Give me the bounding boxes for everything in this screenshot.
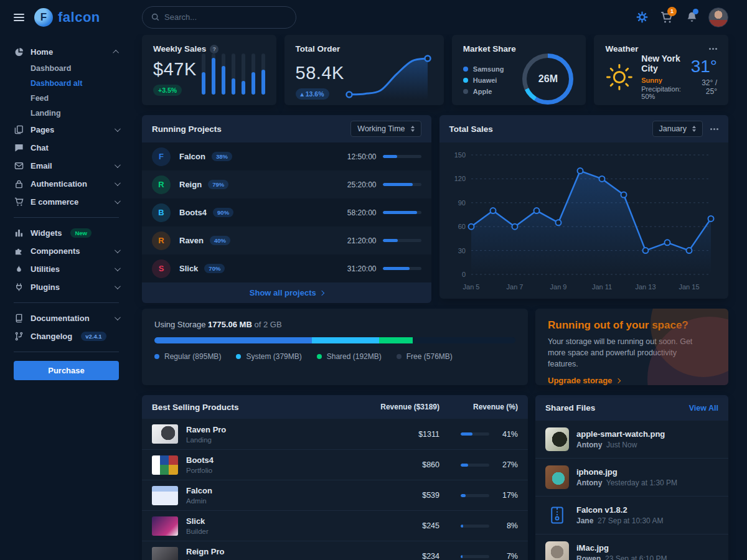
sidebar: HomeDashboardDashboard altFeedLandingPag…	[0, 34, 133, 560]
notifications-bell-icon[interactable]	[684, 9, 700, 26]
user-avatar[interactable]	[708, 7, 728, 27]
ellipsis-menu-icon[interactable]	[710, 128, 712, 130]
sidebar-item-chat[interactable]: Chat	[14, 139, 119, 157]
sidebar-item-home[interactable]: Home	[14, 43, 119, 61]
view-all-link[interactable]: View All	[689, 404, 718, 413]
sidebar-item-e-commerce[interactable]: E commerce	[14, 193, 119, 211]
projects-list: F Falcon 38% 12:50:00 R Reign 79% 25:20:…	[142, 142, 431, 282]
brand-logo[interactable]: F falcon	[34, 8, 100, 27]
total-order-card: Total Order 58.4K ▴ 13.6%	[284, 35, 444, 105]
book-icon	[14, 314, 24, 323]
total-order-sparkline	[344, 54, 433, 100]
storage-segment-shared-192mb-	[379, 337, 413, 343]
project-row-slick[interactable]: S Slick 70% 31:20:00	[142, 254, 431, 282]
upgrade-storage-link[interactable]: Upgrade storage	[548, 376, 620, 385]
file-item-imac-jpg[interactable]: iMac.jpg Rowen 23 Sep at 6:10 PM	[535, 534, 728, 560]
total-order-badge: ▴ 13.6%	[296, 88, 329, 100]
svg-text:120: 120	[454, 175, 466, 182]
revenue-progress-bar	[461, 464, 489, 467]
project-row-boots4[interactable]: B Boots4 90% 58:20:00	[142, 198, 431, 226]
info-icon[interactable]: ?	[210, 45, 218, 54]
sidebar-item-widgets[interactable]: WidgetsNew	[14, 224, 119, 242]
card-title: Shared Files	[545, 403, 595, 413]
purchase-button[interactable]: Purchase	[14, 361, 119, 380]
weekly-sales-bar-chart	[202, 54, 265, 95]
product-row-falcon[interactable]: Falcon Admin $539 17%	[142, 480, 528, 510]
cart-icon	[14, 197, 24, 207]
sidebar-item-dashboard-alt[interactable]: Dashboard alt	[14, 76, 119, 91]
sidebar-item-dashboard[interactable]: Dashboard	[14, 61, 119, 76]
card-title: Total Order	[296, 44, 341, 54]
sidebar-item-email[interactable]: Email	[14, 157, 119, 175]
progress-badge: 38%	[212, 152, 232, 161]
chevron-down-icon	[115, 198, 121, 204]
product-row-reign-pro[interactable]: Reign Pro Agency $234 7%	[142, 541, 528, 560]
hamburger-menu-button[interactable]	[14, 14, 24, 21]
legend-item-huawei: Huawei	[463, 77, 504, 84]
search-box[interactable]	[142, 6, 296, 29]
main-content: Weekly Sales ? $47K +3.5% Total Order 58…	[133, 34, 747, 560]
sidebar-item-feed[interactable]: Feed	[14, 91, 119, 106]
file-item-falcon-v1-8-2[interactable]: Falcon v1.8.2 Jane 27 Sep at 10:30 AM	[535, 496, 728, 534]
project-avatar: F	[152, 147, 171, 166]
running-projects-card: Running Projects Working Time F Falcon 3…	[142, 115, 431, 299]
sidebar-item-changelog[interactable]: Changelogv2.4.1	[14, 327, 119, 345]
cart-count-badge: 1	[667, 7, 677, 16]
svg-text:150: 150	[454, 151, 466, 159]
market-share-legend: SamsungHuaweiApple	[463, 65, 504, 95]
product-row-boots4[interactable]: Boots4 Portfolio $860 27%	[142, 449, 528, 480]
brand-name: falcon	[58, 9, 100, 26]
weekly-sales-bar	[261, 54, 265, 95]
svg-text:0: 0	[462, 271, 466, 278]
chevron-down-icon	[115, 247, 121, 253]
product-row-raven-pro[interactable]: Raven Pro Landing $1311 41%	[142, 419, 528, 449]
legend-dot	[236, 354, 241, 359]
show-all-projects-link[interactable]: Show all projects	[142, 282, 431, 303]
ellipsis-menu-icon[interactable]	[709, 48, 711, 50]
month-select[interactable]: January	[652, 121, 703, 137]
project-row-reign[interactable]: R Reign 79% 25:20:00	[142, 170, 431, 198]
chat-icon	[14, 143, 24, 152]
lock-icon	[14, 179, 24, 189]
cart-icon[interactable]: 1	[659, 9, 675, 26]
code-branch-icon	[14, 332, 24, 341]
file-item-apple-smart-watch-png[interactable]: apple-smart-watch.png Antony Just Now	[535, 421, 728, 458]
sidebar-item-authentication[interactable]: Authentication	[14, 175, 119, 193]
product-row-slick[interactable]: Slick Builder $245 8%	[142, 510, 528, 541]
weekly-sales-bar	[222, 54, 225, 95]
project-row-raven[interactable]: R Raven 40% 21:20:00	[142, 226, 431, 254]
storage-segment-free-576mb-	[413, 337, 515, 343]
weekly-sales-bar	[251, 54, 255, 95]
file-item-iphone-jpg[interactable]: iphone.jpg Antony Yesterday at 1:30 PM	[535, 458, 728, 496]
sidebar-item-landing[interactable]: Landing	[14, 106, 119, 121]
revenue-progress-bar	[461, 432, 489, 436]
weekly-sales-bar	[202, 54, 205, 95]
best-selling-products-card: Best Selling Products Revenue ($3189) Re…	[142, 395, 528, 560]
progress-badge: 40%	[210, 236, 230, 245]
legend-dot	[463, 78, 468, 83]
file-thumbnail	[545, 427, 569, 451]
sidebar-item-documentation[interactable]: Documentation	[14, 309, 119, 327]
legend-dot	[463, 67, 468, 72]
sidebar-item-components[interactable]: Components	[14, 242, 119, 260]
sidebar-item-plugins[interactable]: Plugins	[14, 278, 119, 296]
project-avatar: R	[152, 231, 171, 250]
weekly-sales-card: Weekly Sales ? $47K +3.5%	[142, 35, 276, 105]
falcon-logo-icon: F	[34, 8, 53, 27]
weekly-sales-bar	[212, 54, 215, 95]
search-input[interactable]	[164, 12, 287, 22]
sidebar-divider	[14, 217, 119, 218]
working-time-select[interactable]: Working Time	[350, 121, 421, 137]
sidebar-item-pages[interactable]: Pages	[14, 121, 119, 139]
sidebar-item-utilities[interactable]: Utilities	[14, 260, 119, 278]
chevron-right-icon	[319, 290, 324, 295]
product-percent: 7%	[497, 552, 518, 560]
legend-dot	[154, 354, 159, 359]
sidebar-badge: v2.4.1	[81, 332, 106, 341]
product-revenue: $245	[402, 521, 439, 530]
progress-bar	[383, 211, 421, 214]
project-row-falcon[interactable]: F Falcon 38% 12:50:00	[142, 142, 431, 170]
settings-gear-icon[interactable]	[634, 9, 650, 26]
chevron-down-icon	[115, 162, 121, 168]
product-thumbnail	[152, 516, 178, 536]
